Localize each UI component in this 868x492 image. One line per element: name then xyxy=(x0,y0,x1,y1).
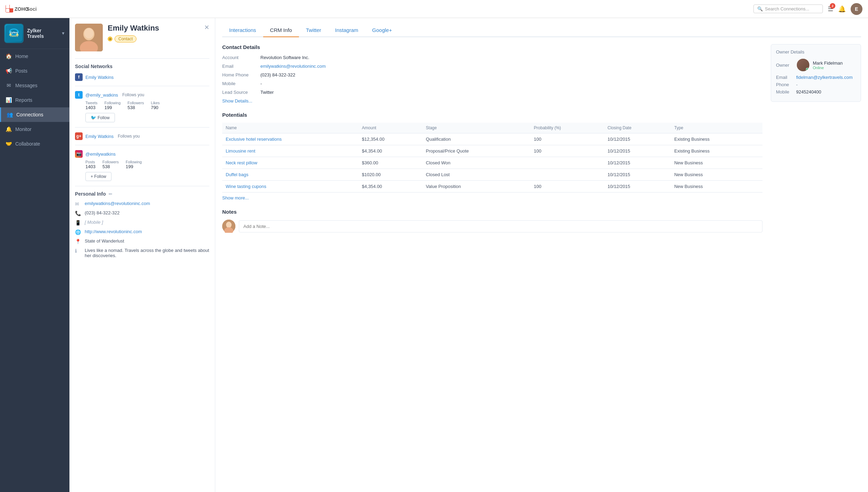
owner-phone-row: Phone - xyxy=(776,82,856,87)
notifications-button[interactable]: ☰ 2 xyxy=(828,5,833,13)
owner-email-link[interactable]: fidelman@zylkertravels.com xyxy=(796,75,853,80)
svg-rect-3 xyxy=(6,9,9,12)
info-website: 🌐 http://www.revolutioninc.com xyxy=(75,229,209,235)
info-website-value: http://www.revolutioninc.com xyxy=(85,229,142,234)
social-item-twitter: t @emily_watkins Follows you Tweets 1403… xyxy=(75,91,209,122)
potential-name-link[interactable]: Limousine rent xyxy=(226,148,255,154)
svg-point-17 xyxy=(84,28,93,39)
search-placeholder: Search Connections... xyxy=(765,6,809,11)
twitter-name[interactable]: @emily_watkins xyxy=(85,92,118,98)
potential-name-link[interactable]: Exclusive hotel reservations xyxy=(226,137,282,142)
info-mobile: 📱 [ Mobile ] xyxy=(75,220,209,226)
sidebar-label-connections: Connections xyxy=(16,112,43,117)
bell-button[interactable]: 🔔 xyxy=(838,5,846,13)
owner-mobile-label: Mobile xyxy=(776,89,793,95)
potential-name-link[interactable]: Duffel bags xyxy=(226,172,249,177)
sidebar-item-messages[interactable]: ✉ Messages xyxy=(0,78,69,93)
potential-amount: $4,354.00 xyxy=(358,181,422,192)
divider-personal xyxy=(75,186,209,186)
sidebar-item-connections[interactable]: 👥 Connections xyxy=(0,107,69,122)
likes-label: Likes xyxy=(151,101,160,105)
search-bar[interactable]: 🔍 Search Connections... xyxy=(753,5,823,13)
tab-interactions[interactable]: Interactions xyxy=(222,24,263,37)
brand-chevron-icon: ▼ xyxy=(61,31,65,36)
stat-tweets: Tweets 1403 xyxy=(85,101,98,110)
account-label: Account xyxy=(222,55,260,60)
twitter-follow-label: Follow xyxy=(98,115,110,120)
sidebar-label-posts: Posts xyxy=(15,68,27,74)
ig-stat-following: Following 199 xyxy=(126,160,142,169)
ig-stat-posts: Posts 1403 xyxy=(85,160,95,169)
notification-badge: 2 xyxy=(830,3,835,9)
brand-logo-inner: Zylker Travels xyxy=(5,24,23,42)
instagram-follow-button[interactable]: + Follow xyxy=(85,172,111,181)
potential-name-link[interactable]: Wine tasting cupons xyxy=(226,184,266,189)
followers-value: 538 xyxy=(127,105,144,110)
ig-following-value: 199 xyxy=(126,164,142,169)
profile-name: Emily Watkins xyxy=(108,24,209,33)
profile-header: Emily Watkins ⊙ Contact ✕ xyxy=(75,24,209,51)
potential-name: Exclusive hotel reservations xyxy=(222,133,358,145)
instagram-name[interactable]: @emilywatkins xyxy=(85,151,116,157)
table-header-row: Name Amount Stage Probability (%) Closin… xyxy=(222,123,762,133)
info-location-value: State of Wanderlust xyxy=(85,238,124,244)
googleplus-name[interactable]: Emily Watkins xyxy=(85,134,114,139)
owner-name: Mark Fidelman xyxy=(813,60,843,66)
info-bio: ℹ Lives like a nomad. Travels across the… xyxy=(75,248,209,258)
potential-name: Duffel bags xyxy=(222,169,358,181)
potential-name-link[interactable]: Neck rest pillow xyxy=(226,160,257,165)
show-details-link[interactable]: Show Details... xyxy=(222,98,762,104)
potential-name: Limousine rent xyxy=(222,145,358,157)
divider-fb xyxy=(75,86,209,86)
tab-crminfo[interactable]: CRM Info xyxy=(263,24,299,37)
user-avatar[interactable]: E xyxy=(851,3,862,15)
sidebar-item-monitor[interactable]: 🔔 Monitor xyxy=(0,122,69,137)
status-icon: ⊙ xyxy=(108,36,112,41)
twitter-row: t @emily_watkins Follows you xyxy=(75,91,209,99)
close-button[interactable]: ✕ xyxy=(204,24,209,31)
sidebar-item-home[interactable]: 🏠 Home xyxy=(0,49,69,64)
lead-source-row: Lead Source Twitter xyxy=(222,90,762,95)
brand-section: Zylker Travels Zylker Travels ▼ xyxy=(0,18,69,49)
potential-probability: 100 xyxy=(531,133,604,145)
svg-text:Zylker: Zylker xyxy=(10,31,18,34)
crm-left: Contact Details Account Revolution Softw… xyxy=(222,44,762,233)
show-more-link[interactable]: Show more... xyxy=(222,195,249,200)
social-networks-title: Social Networks xyxy=(75,64,209,69)
website-link[interactable]: http://www.revolutioninc.com xyxy=(85,229,142,234)
tab-twitter[interactable]: Twitter xyxy=(299,24,328,37)
home-phone-row: Home Phone (023) 84-322-322 xyxy=(222,72,762,77)
contact-badge: Contact xyxy=(115,35,136,42)
owner-status: Online xyxy=(813,66,843,70)
table-row: Exclusive hotel reservations $12,354.00 … xyxy=(222,133,762,145)
crm-email-link[interactable]: emilywatkins@revolutioninc.com xyxy=(260,64,326,69)
owner-row: Owner Mark Fidelman Online xyxy=(776,59,856,71)
tab-instagram[interactable]: Instagram xyxy=(328,24,365,37)
email-icon: ✉ xyxy=(75,201,81,207)
instagram-follow-label: + Follow xyxy=(91,174,106,179)
edit-icon[interactable]: ✏ xyxy=(109,191,112,197)
sidebar-item-reports[interactable]: 📊 Reports xyxy=(0,93,69,107)
col-name: Name xyxy=(222,123,358,133)
sidebar-item-collaborate[interactable]: 🤝 Collaborate xyxy=(0,137,69,151)
notes-input[interactable] xyxy=(239,220,762,232)
potentials-table: Name Amount Stage Probability (%) Closin… xyxy=(222,123,762,192)
divider-1 xyxy=(75,58,209,59)
email-link[interactable]: emilywatkins@revolutioninc.com xyxy=(85,201,150,206)
profile-info: Emily Watkins ⊙ Contact xyxy=(108,24,209,42)
tab-googleplus[interactable]: Google+ xyxy=(365,24,399,37)
instagram-icon: 📷 xyxy=(75,150,83,158)
twitter-follow-button[interactable]: 🐦 Follow xyxy=(85,113,115,122)
sidebar-item-posts[interactable]: 📢 Posts xyxy=(0,64,69,78)
facebook-name[interactable]: Emily Watkins xyxy=(85,75,114,80)
potential-closing: 10/12/2015 xyxy=(604,133,671,145)
info-email-value: emilywatkins@revolutioninc.com xyxy=(85,201,150,206)
twitter-bird-icon: 🐦 xyxy=(91,115,96,120)
tab-twitter-label: Twitter xyxy=(306,27,321,33)
potential-closing: 10/12/2015 xyxy=(604,181,671,192)
table-row: Neck rest pillow $360.00 Closed Won 10/1… xyxy=(222,157,762,169)
svg-point-19 xyxy=(226,222,232,228)
sidebar: Zylker Travels Zylker Travels ▼ 🏠 Home 📢… xyxy=(0,18,69,492)
instagram-stats: Posts 1403 Followers 538 Following 199 xyxy=(85,160,209,169)
owner-name-block: Mark Fidelman Online xyxy=(813,60,843,70)
